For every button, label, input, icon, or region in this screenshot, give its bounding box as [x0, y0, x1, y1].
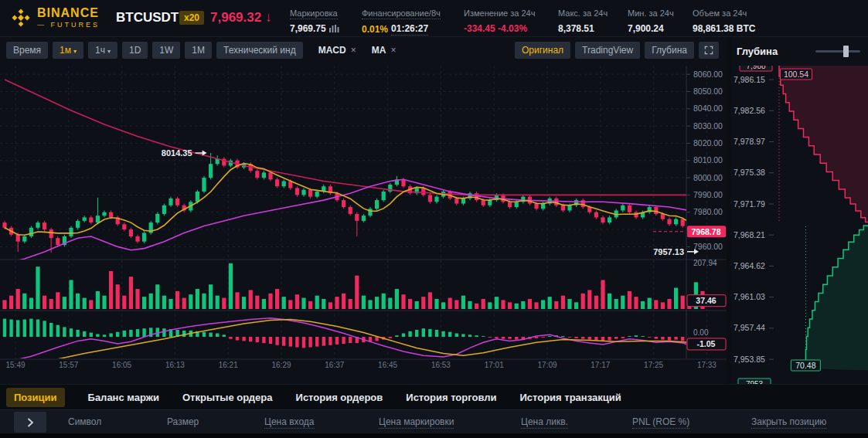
svg-text:17:09: 17:09 — [537, 361, 557, 369]
indicator-ma-chip: MA× — [372, 45, 397, 56]
binance-diamond-icon — [11, 8, 31, 28]
tab-История транзакций[interactable]: История транзакций — [519, 392, 621, 403]
svg-text:8000.00: 8000.00 — [693, 173, 723, 182]
binance-futures-app: BINANCE — FUTURES BTCUSDT x20 7,969.32 ↓… — [0, 0, 868, 438]
svg-text:100.54: 100.54 — [784, 70, 808, 79]
svg-text:7990.00: 7990.00 — [693, 190, 723, 199]
bottom-strip — [0, 433, 868, 438]
mini-bars-icon — [329, 25, 339, 32]
tab-Позиции[interactable]: Позиции — [6, 388, 65, 407]
chevron-right-icon — [26, 417, 34, 428]
funding-countdown[interactable]: 01:26:27 — [391, 23, 428, 36]
logo-line1: BINANCE — [37, 7, 100, 19]
depth-zoom-slider[interactable] — [815, 50, 860, 53]
technical-indicator-button[interactable]: Технический инд — [216, 42, 303, 59]
stat-high-24h: Макс. за 24ч 8,378.51 — [558, 5, 608, 34]
svg-text:7,961.03: 7,961.03 — [734, 292, 765, 301]
interval-1m-button[interactable]: 1м▾ — [53, 42, 83, 59]
time-button[interactable]: Время — [6, 42, 48, 59]
stat-volume-24h: Объем за 24ч 98,861.38 BTC — [693, 5, 755, 34]
depth-chart[interactable]: 7,986.157,982.567,978.977,975.387,971.79… — [730, 66, 868, 384]
stat-change-24h: Изменение за 24ч -334.45 -4.03% — [464, 5, 535, 34]
svg-text:7980.00: 7980.00 — [693, 207, 723, 216]
interval-1h-button[interactable]: 1ч▾ — [88, 42, 117, 59]
fullscreen-button[interactable] — [699, 42, 719, 59]
funding-label[interactable]: Финансирование/8ч — [362, 8, 441, 19]
svg-text:17:25: 17:25 — [644, 361, 663, 369]
binance-logo[interactable]: BINANCE — FUTURES — [11, 7, 100, 29]
logo-text: BINANCE — FUTURES — [37, 7, 100, 29]
svg-text:-1.05: -1.05 — [697, 339, 716, 348]
expand-row-button[interactable] — [14, 412, 46, 433]
svg-text:7,971.79: 7,971.79 — [734, 199, 765, 209]
depth-view-button[interactable]: Глубина — [645, 42, 694, 59]
main-price-chart[interactable]: 15:4915:5716:0516:1316:2116:2916:3716:45… — [0, 63, 727, 369]
column-header: PNL (ROE %) — [632, 416, 689, 429]
indicator-macd-chip: MACD× — [318, 45, 356, 56]
svg-text:7,975.38: 7,975.38 — [734, 168, 765, 177]
interval-1w-button[interactable]: 1W — [152, 42, 180, 59]
mark-price-value: 7,969.75 — [290, 23, 326, 34]
column-header: Размер — [167, 416, 199, 427]
svg-text:16:37: 16:37 — [325, 361, 344, 369]
interval-1mo-button[interactable]: 1M — [185, 42, 212, 59]
svg-text:70.48: 70.48 — [795, 361, 815, 370]
svg-text:207.94: 207.94 — [693, 259, 717, 267]
tab-История торговли[interactable]: История торговли — [406, 392, 496, 403]
mark-price-label[interactable]: Маркировка — [290, 8, 338, 19]
svg-text:7,978.97: 7,978.97 — [734, 137, 765, 146]
leverage-badge[interactable]: x20 — [179, 11, 204, 25]
svg-text:17:17: 17:17 — [591, 361, 610, 369]
positions-tabs: ПозицииБаланс маржиОткрытые ордераИстори… — [0, 384, 868, 409]
low-value: 7,900.24 — [628, 23, 674, 34]
tab-Баланс маржи[interactable]: Баланс маржи — [88, 392, 159, 403]
column-header: Символ — [68, 416, 101, 427]
svg-text:16:05: 16:05 — [112, 361, 131, 369]
change-label: Изменение за 24ч — [464, 8, 535, 18]
funding-rate: 0.01% — [362, 24, 388, 35]
top-header: BINANCE — FUTURES BTCUSDT x20 7,969.32 ↓… — [0, 0, 868, 37]
original-chart-button[interactable]: Оригинал — [515, 42, 570, 59]
svg-text:8050.00: 8050.00 — [693, 87, 723, 96]
svg-text:7,988: 7,988 — [746, 66, 765, 70]
chart-toolbar: Время 1м▾ 1ч▾ 1D 1W 1M Технический инд M… — [0, 37, 727, 63]
volume-label: Объем за 24ч — [693, 8, 747, 18]
svg-text:16:45: 16:45 — [378, 361, 397, 369]
tradingview-button[interactable]: TradingView — [575, 42, 640, 59]
column-header: Цена входа — [264, 416, 315, 429]
depth-panel-title: Глубина — [737, 46, 778, 57]
chevron-down-icon: ▾ — [107, 48, 111, 55]
svg-text:7,953.85: 7,953.85 — [734, 355, 765, 364]
svg-text:7,964.62: 7,964.62 — [734, 261, 765, 270]
svg-text:7960.00: 7960.00 — [693, 242, 723, 251]
svg-text:7957.13: 7957.13 — [653, 247, 684, 256]
volume-value: 98,861.38 BTC — [693, 23, 755, 34]
toolbar-right-group: Оригинал TradingView Глубина — [515, 42, 719, 59]
close-icon[interactable]: × — [390, 45, 396, 56]
chevron-down-icon: ▾ — [73, 48, 77, 55]
close-icon[interactable]: × — [351, 45, 356, 56]
svg-text:7,982.56: 7,982.56 — [734, 106, 765, 115]
tab-История ордеров[interactable]: История ордеров — [296, 392, 383, 403]
column-header: Цена маркировки — [379, 416, 454, 429]
stat-funding: Финансирование/8ч 0.01% 01:26:27 — [362, 5, 441, 36]
last-price: 7,969.32 ↓ — [210, 10, 271, 25]
slider-handle[interactable] — [843, 46, 849, 57]
svg-text:16:13: 16:13 — [165, 361, 185, 369]
depth-panel-header: Глубина — [730, 37, 868, 66]
logo-line2: — FUTURES — [37, 22, 100, 29]
svg-text:8014.35: 8014.35 — [162, 148, 192, 158]
chart-column: Время 1м▾ 1ч▾ 1D 1W 1M Технический инд M… — [0, 37, 727, 384]
depth-panel: Глубина 7,986.157,982.567,978.977,975.38… — [730, 37, 868, 384]
positions-table-header: СимволРазмерЦена входаЦена маркировкиЦен… — [0, 409, 868, 433]
svg-text:17:33: 17:33 — [697, 361, 717, 369]
column-header: Закрыть позицию — [751, 416, 826, 429]
column-header: Цена ликв. — [521, 416, 568, 429]
high-label: Макс. за 24ч — [558, 8, 608, 18]
symbol-name[interactable]: BTCUSDT — [116, 10, 179, 25]
interval-1d-button[interactable]: 1D — [122, 42, 148, 59]
svg-text:15:49: 15:49 — [5, 361, 25, 369]
svg-text:8010.00: 8010.00 — [693, 155, 723, 165]
tab-Открытые ордера[interactable]: Открытые ордера — [182, 392, 273, 403]
svg-text:8020.00: 8020.00 — [693, 138, 723, 148]
